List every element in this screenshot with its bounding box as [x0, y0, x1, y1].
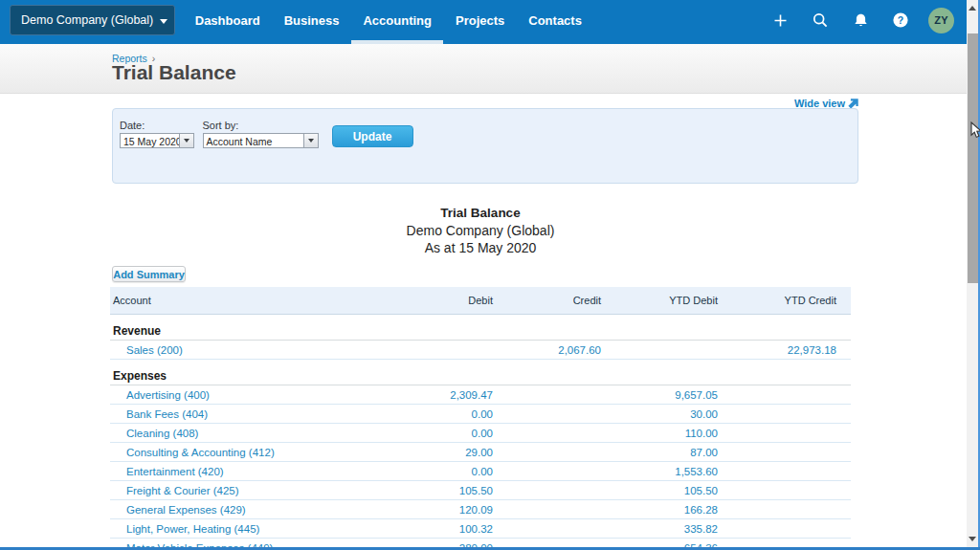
account-row: Advertising (400)2,309.479,657.05 [110, 385, 851, 404]
account-link[interactable]: Entertainment (420) [126, 466, 224, 477]
amount-link[interactable]: 1,553.60 [675, 466, 718, 477]
scroll-up-icon [969, 6, 976, 11]
account-link[interactable]: Consulting & Accounting (412) [126, 447, 275, 458]
report-as-at: As at 15 May 2020 [110, 239, 851, 256]
filter-panel: Date: 15 May 2020 Sort by: Account Name … [112, 108, 858, 184]
amount-link[interactable]: 0.00 [472, 408, 493, 420]
report-title: Trial Balance [110, 205, 851, 222]
account-link[interactable]: Advertising (400) [126, 389, 210, 401]
plus-icon [774, 14, 787, 27]
amount-link[interactable]: 0.00 [472, 466, 493, 477]
add-summary-button[interactable]: Add Summary [112, 266, 186, 282]
account-link[interactable]: General Expenses (429) [126, 504, 246, 516]
update-button[interactable]: Update [332, 125, 413, 147]
account-link[interactable]: Cleaning (408) [126, 428, 198, 439]
date-value: 15 May 2020 [121, 134, 179, 147]
expand-icon [848, 99, 858, 109]
amount-link[interactable]: 2,309.47 [450, 389, 493, 401]
search-button[interactable] [800, 0, 840, 44]
triangle-down-icon [308, 139, 314, 143]
amount-link[interactable]: 100.32 [459, 523, 493, 535]
account-row: Motor Vehicle Expenses (449)280.00654.36 [110, 538, 851, 547]
nav-item-accounting[interactable]: Accounting [351, 0, 444, 44]
account-row: General Expenses (429)120.09166.28 [110, 499, 851, 518]
account-row: Bank Fees (404)0.0030.00 [110, 404, 851, 423]
amount-link[interactable]: 120.09 [459, 504, 493, 516]
main-menu: DashboardBusinessAccountingProjectsConta… [183, 0, 593, 44]
caret-down-icon [160, 19, 167, 24]
bell-icon [854, 13, 868, 28]
report-company: Demo Company (Global) [110, 222, 851, 239]
account-link[interactable]: Freight & Courier (425) [126, 485, 239, 496]
scroll-down-button[interactable] [967, 531, 979, 547]
account-row: Freight & Courier (425)105.50105.50 [110, 480, 851, 499]
amount-link[interactable]: 166.28 [684, 504, 718, 516]
scroll-down-icon [969, 537, 976, 541]
sort-select[interactable]: Account Name [203, 133, 319, 148]
amount-link[interactable]: 110.00 [685, 428, 718, 439]
amount-link[interactable]: 22,973.18 [788, 344, 836, 356]
nav-item-dashboard[interactable]: Dashboard [183, 0, 272, 44]
account-row: Consulting & Accounting (412)29.0087.00 [110, 442, 851, 461]
date-select[interactable]: 15 May 2020 [120, 133, 194, 148]
nav-item-projects[interactable]: Projects [443, 0, 516, 44]
amount-link[interactable]: 0.00 [472, 428, 493, 439]
search-icon [813, 12, 828, 28]
col-header-ytd-credit: YTD Credit [732, 287, 851, 314]
top-nav: Demo Company (Global) DashboardBusinessA… [0, 0, 967, 44]
page-title: Trial Balance [112, 61, 967, 84]
nav-right: ? ZY [760, 0, 967, 44]
account-link[interactable]: Bank Fees (404) [126, 408, 208, 420]
section-name: Revenue [113, 324, 161, 340]
sort-select-arrow[interactable] [303, 134, 318, 147]
amount-link[interactable]: 30.00 [690, 408, 718, 420]
col-header-debit: Debit [402, 287, 507, 314]
date-select-arrow[interactable] [179, 134, 193, 147]
sort-value: Account Name [204, 134, 303, 147]
report-heading: Trial Balance Demo Company (Global) As a… [110, 205, 851, 256]
nav-item-contacts[interactable]: Contacts [517, 0, 594, 44]
amount-link[interactable]: 29.00 [465, 447, 493, 458]
col-header-credit: Credit [507, 287, 615, 314]
help-icon: ? [893, 12, 908, 28]
amount-link[interactable]: 105.50 [459, 485, 493, 496]
account-row: Entertainment (420)0.001,553.60 [110, 461, 851, 480]
amount-link[interactable]: 105.50 [684, 485, 718, 496]
section-row: Revenue [110, 314, 851, 340]
account-row: Light, Power, Heating (445)100.32335.82 [110, 518, 851, 538]
mouse-cursor [970, 121, 980, 139]
vertical-scrollbar[interactable] [967, 0, 979, 547]
amount-link[interactable]: 2,067.60 [558, 344, 601, 356]
help-button[interactable]: ? [880, 0, 921, 44]
avatar-initials: ZY [934, 14, 948, 26]
account-row: Cleaning (408)0.00110.00 [110, 423, 851, 442]
user-avatar[interactable]: ZY [928, 8, 954, 33]
page-header: Reports› Trial Balance [0, 44, 967, 94]
account-link[interactable]: Sales (200) [126, 344, 183, 356]
table-header: Account Debit Credit YTD Debit YTD Credi… [110, 287, 851, 314]
org-menu-button[interactable]: Demo Company (Global) [10, 5, 175, 35]
section-row: Expenses [110, 359, 851, 385]
org-name: Demo Company (Global) [21, 13, 153, 27]
section-name: Expenses [113, 369, 167, 385]
account-link[interactable]: Light, Power, Heating (445) [126, 523, 259, 535]
scrollbar-thumb[interactable] [968, 33, 979, 283]
notifications-button[interactable] [840, 0, 880, 44]
amount-link[interactable]: 87.00 [690, 447, 718, 458]
amount-link[interactable]: 9,657.05 [675, 389, 718, 401]
col-header-account: Account [110, 287, 402, 314]
sort-label: Sort by: [203, 120, 239, 131]
report-table-body: RevenueSales (200)2,067.6022,973.18Expen… [110, 314, 851, 547]
amount-link[interactable]: 335.82 [684, 523, 718, 535]
scroll-up-button[interactable] [967, 0, 979, 16]
date-label: Date: [120, 120, 145, 131]
quick-add-button[interactable] [760, 0, 800, 44]
trial-balance-table: Account Debit Credit YTD Debit YTD Credi… [110, 287, 851, 547]
col-header-ytd-debit: YTD Debit [615, 287, 732, 314]
triangle-down-icon [184, 139, 189, 143]
account-row: Sales (200)2,067.6022,973.18 [110, 340, 851, 359]
nav-item-business[interactable]: Business [272, 0, 351, 44]
svg-text:?: ? [898, 14, 903, 26]
browser-viewport: Demo Company (Global) DashboardBusinessA… [0, 0, 967, 547]
